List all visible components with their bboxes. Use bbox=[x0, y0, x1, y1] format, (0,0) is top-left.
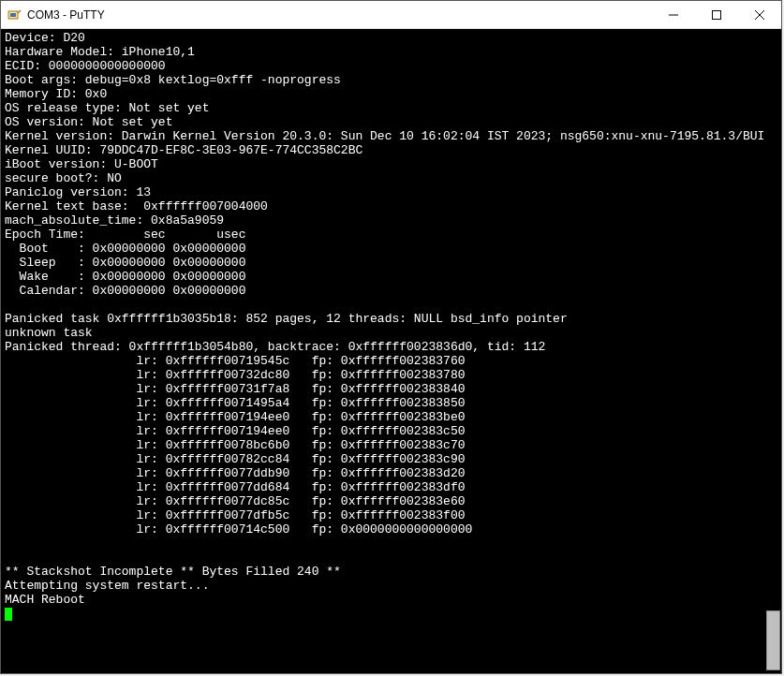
titlebar[interactable]: COM3 - PuTTY bbox=[1, 1, 781, 29]
maximize-icon bbox=[712, 10, 721, 20]
svg-line-2 bbox=[18, 10, 21, 13]
terminal-cursor bbox=[5, 608, 12, 621]
scrollbar-track[interactable] bbox=[765, 29, 781, 673]
terminal-area: Device: D20 Hardware Model: iPhone10,1 E… bbox=[1, 29, 781, 673]
putty-icon bbox=[7, 7, 22, 22]
close-icon bbox=[755, 10, 764, 20]
minimize-button[interactable] bbox=[652, 1, 695, 28]
svg-rect-4 bbox=[713, 10, 721, 19]
close-button[interactable] bbox=[738, 1, 781, 28]
scrollbar-thumb[interactable] bbox=[766, 610, 780, 670]
minimize-icon bbox=[669, 10, 678, 20]
window-title: COM3 - PuTTY bbox=[27, 8, 652, 22]
terminal-output[interactable]: Device: D20 Hardware Model: iPhone10,1 E… bbox=[1, 29, 765, 673]
svg-rect-1 bbox=[10, 13, 16, 17]
maximize-button[interactable] bbox=[695, 1, 738, 28]
window-controls bbox=[652, 1, 781, 28]
putty-window: COM3 - PuTTY Device: D20 Hardware Model:… bbox=[0, 0, 782, 674]
